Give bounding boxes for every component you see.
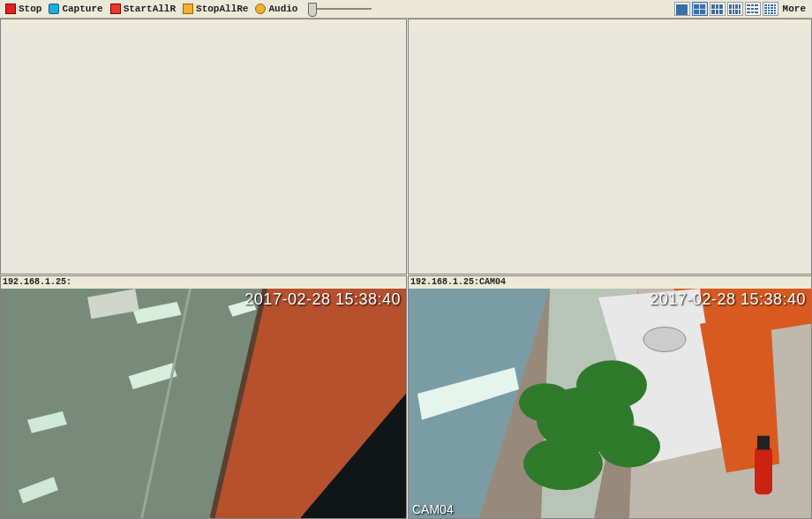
pane-body (409, 32, 811, 274)
pane-body (1, 32, 406, 274)
viewer: 192.168.1.25: (0, 19, 812, 519)
layout-6-button[interactable] (710, 2, 726, 16)
layout-1-button[interactable] (674, 2, 690, 16)
stop-label: Stop (19, 4, 41, 14)
stop-icon (5, 4, 16, 14)
camera-label-overlay: CAM04 (412, 502, 454, 516)
audio-label: Audio (268, 4, 297, 14)
svg-point-19 (643, 327, 686, 352)
svg-point-24 (519, 383, 572, 422)
pane-header (1, 19, 406, 33)
pane-top-right[interactable] (408, 19, 812, 275)
layout-8-button[interactable] (727, 2, 743, 16)
layout-9-button[interactable] (745, 2, 761, 16)
volume-slider[interactable] (308, 8, 372, 10)
camera-feed: 2017-02-28 15:38:40 CAM04 (409, 289, 811, 518)
svg-point-23 (598, 425, 660, 468)
pane-bottom-left[interactable]: 192.168.1.25: (0, 275, 407, 519)
timestamp-overlay: 2017-02-28 15:38:40 (244, 290, 401, 309)
stop-button[interactable]: Stop (4, 2, 43, 16)
slider-track (308, 8, 372, 10)
layout-toolbar: More (674, 2, 808, 16)
camera-icon (49, 4, 59, 14)
capture-button[interactable]: Capture (47, 2, 104, 16)
capture-label: Capture (62, 4, 102, 14)
stop-record-icon (183, 4, 193, 14)
more-button[interactable]: More (780, 4, 808, 14)
start-all-rec-label: StartAllR (124, 4, 176, 14)
start-all-rec-button[interactable]: StartAllR (109, 2, 177, 16)
pane-header: 192.168.1.25: (1, 276, 406, 290)
pane-header: 192.168.1.25:CAM04 (409, 276, 811, 290)
svg-rect-26 (757, 436, 770, 450)
audio-icon (255, 4, 266, 14)
svg-rect-25 (755, 447, 772, 495)
pane-body: 2017-02-28 15:38:40 (1, 289, 406, 518)
pane-bottom-right[interactable]: 192.168.1.25:CAM04 (408, 275, 812, 519)
toolbar: Stop Capture StartAllR StopAllRe Audio (0, 0, 812, 19)
timestamp-overlay: 2017-02-28 15:38:40 (650, 290, 806, 309)
slider-thumb[interactable] (308, 3, 317, 17)
pane-top-left[interactable] (0, 19, 407, 275)
audio-button[interactable]: Audio (253, 2, 299, 16)
camera-feed: 2017-02-28 15:38:40 (1, 289, 406, 518)
stop-all-rec-button[interactable]: StopAllRe (181, 2, 250, 16)
record-icon (110, 4, 121, 14)
layout-4-button[interactable] (692, 2, 708, 16)
layout-16-button[interactable] (763, 2, 778, 16)
pane-body: 2017-02-28 15:38:40 CAM04 (409, 289, 811, 518)
svg-point-22 (523, 438, 603, 491)
svg-point-21 (576, 360, 647, 410)
stop-all-rec-label: StopAllRe (196, 4, 248, 14)
pane-header (409, 19, 811, 33)
